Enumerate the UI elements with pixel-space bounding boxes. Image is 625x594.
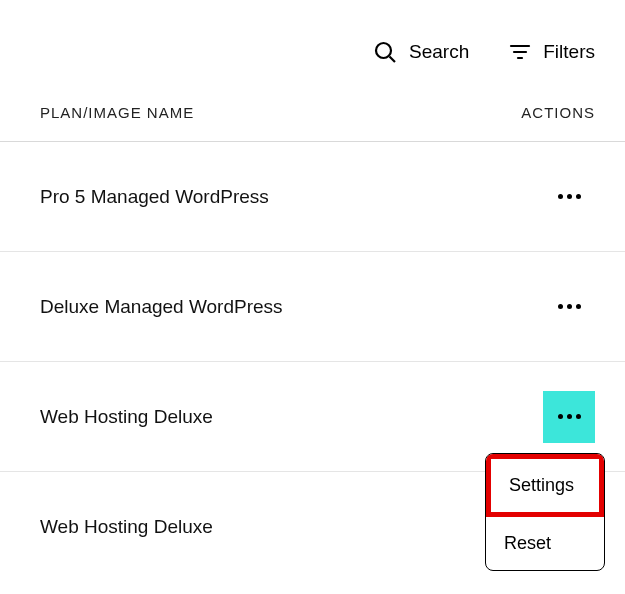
table-row: Deluxe Managed WordPress bbox=[0, 252, 625, 362]
more-icon bbox=[558, 304, 581, 309]
column-actions: ACTIONS bbox=[521, 104, 595, 121]
plan-name: Web Hosting Deluxe bbox=[40, 516, 213, 538]
row-actions-button[interactable] bbox=[543, 391, 595, 443]
svg-point-0 bbox=[376, 43, 391, 58]
plan-name: Pro 5 Managed WordPress bbox=[40, 186, 269, 208]
search-icon bbox=[373, 40, 397, 64]
svg-line-1 bbox=[390, 57, 396, 63]
dropdown-item-reset[interactable]: Reset bbox=[486, 517, 604, 570]
filters-label: Filters bbox=[543, 41, 595, 63]
row-actions-button[interactable] bbox=[543, 171, 595, 223]
plan-name: Web Hosting Deluxe bbox=[40, 406, 213, 428]
plan-name: Deluxe Managed WordPress bbox=[40, 296, 283, 318]
search-label: Search bbox=[409, 41, 469, 63]
filter-icon bbox=[509, 41, 531, 63]
search-button[interactable]: Search bbox=[373, 40, 469, 64]
dropdown-item-settings[interactable]: Settings bbox=[486, 454, 604, 517]
more-icon bbox=[558, 414, 581, 419]
table-header: PLAN/IMAGE NAME ACTIONS bbox=[0, 84, 625, 142]
more-icon bbox=[558, 194, 581, 199]
table-row: Pro 5 Managed WordPress bbox=[0, 142, 625, 252]
actions-dropdown: Settings Reset bbox=[485, 453, 605, 571]
filters-button[interactable]: Filters bbox=[509, 41, 595, 63]
column-plan-name: PLAN/IMAGE NAME bbox=[40, 104, 194, 121]
row-actions-button[interactable] bbox=[543, 281, 595, 333]
toolbar: Search Filters bbox=[0, 0, 625, 84]
